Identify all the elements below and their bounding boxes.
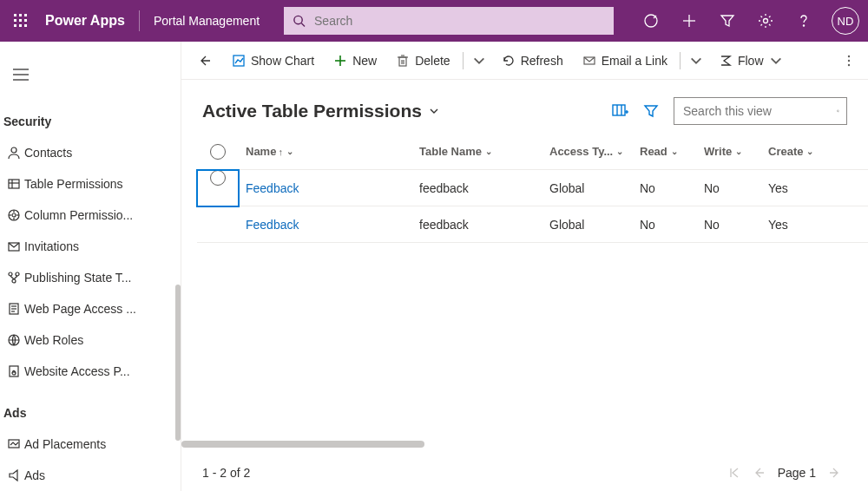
first-page-button[interactable] — [722, 461, 746, 485]
settings-button[interactable] — [746, 0, 785, 42]
prev-page-button[interactable] — [746, 461, 771, 485]
svg-rect-1 — [19, 14, 22, 16]
sidebar-item-ads[interactable]: Ads — [0, 460, 139, 491]
row-read: No — [633, 218, 697, 232]
user-avatar[interactable]: ND — [832, 7, 859, 35]
sidebar-item-table-permissions[interactable]: Table Permissions — [0, 168, 139, 200]
question-icon — [796, 13, 812, 29]
hamburger-icon — [13, 69, 29, 81]
column-header-name[interactable]: Name↑⌄ — [239, 145, 412, 158]
table-row[interactable]: Feedback feedback Global No No Yes — [197, 206, 868, 243]
refresh-button[interactable]: Refresh — [493, 47, 572, 75]
chevron-down-icon: ⌄ — [485, 147, 492, 156]
svg-line-10 — [301, 23, 305, 27]
new-button[interactable]: New — [325, 47, 385, 75]
sidebar: Security Contacts Table Permissions — [0, 95, 139, 491]
svg-rect-46 — [399, 57, 406, 66]
select-all-checkbox[interactable] — [197, 144, 239, 160]
refresh-icon — [502, 54, 516, 68]
search-icon — [837, 104, 839, 118]
row-select-checkbox[interactable] — [197, 170, 239, 206]
table-permission-icon — [3, 177, 24, 191]
sidebar-item-label: Ads — [24, 468, 139, 482]
edit-filters-button[interactable] — [635, 95, 667, 127]
column-header-table-name[interactable]: Table Name⌄ — [412, 145, 542, 158]
email-split-dropdown[interactable] — [684, 47, 708, 75]
column-header-read[interactable]: Read⌄ — [633, 145, 697, 158]
sidebar-item-web-roles[interactable]: Web Roles — [0, 324, 139, 356]
show-chart-button[interactable]: Show Chart — [223, 47, 323, 75]
delete-split-dropdown[interactable] — [467, 47, 491, 75]
app-launcher-button[interactable] — [0, 0, 42, 42]
svg-rect-6 — [14, 24, 16, 27]
global-search[interactable] — [284, 7, 614, 35]
svg-point-32 — [12, 279, 16, 283]
website-access-icon — [3, 364, 24, 378]
svg-line-34 — [14, 276, 17, 279]
view-search[interactable] — [674, 97, 847, 125]
funnel-icon — [720, 13, 735, 29]
grid-header-row: Name↑⌄ Table Name⌄ Access Ty...⌄ Read⌄ W… — [197, 134, 868, 170]
waffle-icon — [14, 14, 28, 28]
nav-collapse-button[interactable] — [0, 54, 42, 95]
cmd-label: Show Chart — [251, 54, 314, 68]
svg-line-33 — [10, 276, 14, 279]
delete-button[interactable]: Delete — [387, 47, 458, 75]
add-button[interactable] — [670, 0, 708, 42]
sidebar-item-label: Column Permissio... — [24, 208, 139, 222]
overflow-button[interactable] — [835, 47, 863, 75]
edit-columns-button[interactable] — [604, 95, 635, 127]
row-name-link[interactable]: Feedback — [239, 181, 412, 195]
help-button[interactable] — [785, 0, 823, 42]
view-search-input[interactable] — [681, 103, 837, 119]
global-search-input[interactable] — [312, 13, 605, 29]
brand-title: Power Apps — [42, 13, 134, 29]
column-header-write[interactable]: Write⌄ — [697, 145, 761, 158]
sidebar-item-label: Invitations — [24, 239, 139, 253]
row-name-link[interactable]: Feedback — [239, 218, 412, 232]
svg-point-52 — [848, 55, 850, 56]
back-button[interactable] — [187, 47, 221, 75]
sidebar-item-column-permission[interactable]: Column Permissio... — [0, 200, 139, 231]
sidebar-item-invitations[interactable]: Invitations — [0, 231, 139, 262]
row-table-name: feedback — [412, 181, 542, 195]
command-bar: Show Chart New Delete Refresh Email a Li… — [181, 42, 868, 80]
columns-icon — [611, 102, 628, 120]
cmd-label: Delete — [415, 54, 450, 68]
svg-point-24 — [12, 213, 16, 217]
sidebar-item-website-access[interactable]: Website Access P... — [0, 356, 139, 387]
column-header-create[interactable]: Create⌄ — [761, 145, 825, 158]
sidebar-item-contacts[interactable]: Contacts — [0, 137, 139, 168]
svg-point-30 — [9, 272, 12, 276]
back-arrow-icon — [197, 54, 211, 68]
flow-button[interactable]: Flow — [710, 47, 792, 75]
plus-icon — [333, 54, 347, 68]
chevron-down-icon: ⌄ — [671, 147, 678, 156]
ads-icon — [3, 468, 24, 482]
email-link-button[interactable]: Email a Link — [574, 47, 676, 75]
sidebar-item-publishing-state[interactable]: Publishing State T... — [0, 262, 139, 293]
svg-rect-0 — [14, 14, 16, 16]
grid-horizontal-scrollbar[interactable] — [181, 441, 852, 449]
view-selector[interactable]: Active Table Permissions — [202, 101, 439, 121]
plus-icon — [681, 13, 697, 29]
sidebar-item-label: Website Access P... — [24, 364, 139, 378]
sidebar-item-label: Publishing State T... — [24, 271, 139, 285]
chevron-down-icon: ⌄ — [806, 147, 813, 156]
target-button[interactable] — [632, 0, 670, 42]
search-icon — [293, 14, 306, 28]
table-row[interactable]: Feedback feedback Global No No Yes — [197, 170, 868, 206]
next-page-button[interactable] — [823, 461, 847, 485]
main-content: Show Chart New Delete Refresh Email a Li… — [181, 42, 868, 491]
filter-button[interactable] — [708, 0, 746, 42]
page-access-icon — [3, 302, 24, 316]
sidebar-item-ad-placements[interactable]: Ad Placements — [0, 429, 139, 460]
sidebar-item-label: Table Permissions — [24, 177, 139, 191]
view-header: Active Table Permissions — [181, 80, 868, 134]
left-navigation: Security Contacts Table Permissions — [0, 42, 181, 491]
row-table-name: feedback — [412, 218, 542, 232]
column-header-access-type[interactable]: Access Ty...⌄ — [542, 145, 633, 158]
sidebar-item-web-page-access[interactable]: Web Page Access ... — [0, 293, 139, 324]
sidebar-item-label: Contacts — [24, 146, 139, 160]
svg-rect-3 — [14, 19, 16, 22]
